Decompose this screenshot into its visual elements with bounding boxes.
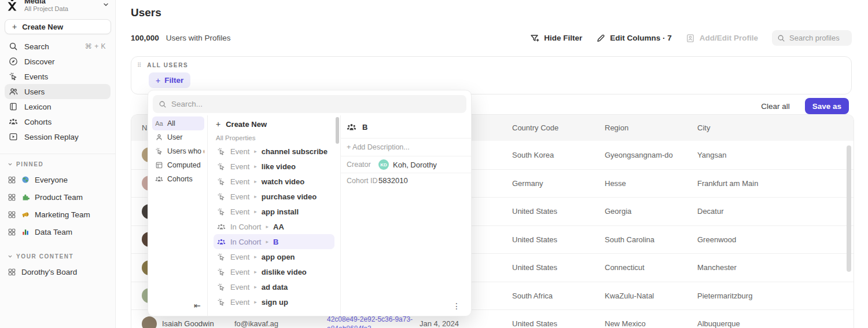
search-icon bbox=[159, 100, 167, 108]
category-label: Cohorts bbox=[167, 175, 193, 183]
sidebar-item-discover[interactable]: Discover bbox=[5, 54, 111, 69]
dropdown-item-app-open[interactable]: Event▸app open bbox=[214, 249, 334, 264]
cohort-id-value: 5832010 bbox=[378, 176, 408, 185]
cell-city: Manchester bbox=[697, 263, 854, 272]
events-icon bbox=[217, 177, 226, 186]
cell-region: Georgia bbox=[605, 207, 697, 216]
board-label: Product Team bbox=[35, 193, 83, 202]
pinned-section-header[interactable]: PINNED bbox=[0, 154, 115, 171]
dropdown-search-box[interactable] bbox=[153, 95, 466, 113]
pinned-item-everyone[interactable]: Everyone bbox=[0, 171, 115, 188]
cell-city: Albuquerque bbox=[697, 319, 854, 328]
events-icon bbox=[217, 298, 226, 307]
events-icon bbox=[217, 268, 226, 276]
more-options-icon[interactable]: ⋮ bbox=[453, 301, 461, 311]
dropdown-item-ad-data[interactable]: Event▸ad data bbox=[214, 279, 334, 294]
pinned-item-marketing-team[interactable]: Marketing Team bbox=[0, 206, 115, 223]
dropdown-item-app-install[interactable]: Event▸app install bbox=[214, 204, 334, 219]
filter-category-user[interactable]: User bbox=[152, 130, 204, 144]
chevron-right-icon: ▸ bbox=[266, 239, 269, 245]
cell-region: Hesse bbox=[605, 179, 697, 188]
cohorts-icon bbox=[217, 238, 226, 246]
cohorts-icon bbox=[9, 117, 18, 126]
sidebar-item-lexicon[interactable]: Lexicon bbox=[5, 99, 111, 114]
add-edit-profile-button[interactable]: Add/Edit Profile bbox=[686, 34, 758, 43]
sidebar-item-users[interactable]: Users bbox=[5, 84, 111, 99]
table-scrollbar[interactable] bbox=[847, 145, 851, 272]
page-title: Users bbox=[131, 6, 161, 19]
cell-city: Decatur bbox=[697, 207, 854, 216]
board-icon bbox=[8, 193, 16, 202]
create-new-button[interactable]: + Create New bbox=[5, 19, 111, 34]
dropdown-item-like-video[interactable]: Event▸like video bbox=[214, 159, 334, 174]
dropdown-create-new[interactable]: +Create New bbox=[214, 116, 334, 132]
edit-columns-button[interactable]: Edit Columns · 7 bbox=[596, 34, 672, 43]
add-filter-button[interactable]: + Filter bbox=[149, 72, 190, 88]
workspace-selector[interactable]: Media All Project Data bbox=[0, 0, 115, 14]
your-content-item-dorothy-s-board[interactable]: Dorothy's Board bbox=[0, 263, 115, 280]
pinned-item-data-team[interactable]: Data Team bbox=[0, 223, 115, 240]
cohort-id-label: Cohort ID bbox=[347, 177, 378, 185]
dropdown-item-watch-video[interactable]: Event▸watch video bbox=[214, 174, 334, 189]
dropdown-item-aa[interactable]: In Cohort▸AA bbox=[214, 219, 334, 234]
users-icon bbox=[9, 87, 18, 96]
board-icon bbox=[8, 176, 16, 184]
sidebar-item-search[interactable]: Search⌘ + K bbox=[5, 39, 111, 54]
cell-country: South Korea bbox=[512, 151, 605, 159]
sidebar-item-label: Cohorts bbox=[24, 118, 52, 126]
board-label: Everyone bbox=[35, 176, 68, 184]
filter-category-computed[interactable]: Computed bbox=[152, 158, 204, 172]
filter-category-all[interactable]: AaAll bbox=[152, 116, 204, 130]
your-content-section-header[interactable]: YOUR CONTENT bbox=[0, 246, 115, 263]
property-categories: AaAllUserUsers who di...ComputedCohorts bbox=[148, 115, 208, 316]
dropdown-item-purchase-video[interactable]: Event▸purchase video bbox=[214, 189, 334, 204]
cell-city: Greenwood bbox=[697, 235, 854, 244]
collapse-panel-icon[interactable]: ⇤ bbox=[194, 301, 201, 309]
sidebar-item-label: Search bbox=[24, 42, 49, 51]
cohorts-icon bbox=[217, 223, 226, 231]
events-icon bbox=[217, 253, 226, 261]
cell-city: Pietermaritzburg bbox=[697, 291, 854, 300]
column-header-city[interactable]: City bbox=[697, 123, 854, 132]
hide-filter-button[interactable]: Hide Filter bbox=[530, 34, 582, 43]
cell-email: fo@ikavaf.ag bbox=[234, 319, 327, 328]
dropdown-scrollbar[interactable] bbox=[336, 117, 339, 144]
users-with-profiles-toggle[interactable]: Users with Profiles bbox=[166, 34, 231, 42]
chevron-right-icon: ▸ bbox=[254, 178, 257, 184]
events-icon bbox=[155, 147, 163, 155]
chevron-right-icon: ▸ bbox=[254, 299, 257, 305]
dropdown-search-input[interactable] bbox=[171, 100, 461, 108]
sidebar-item-label: Lexicon bbox=[24, 103, 52, 111]
pinned-item-product-team[interactable]: Product Team bbox=[0, 188, 115, 206]
lexicon-icon bbox=[9, 102, 18, 111]
cell-distinct-id[interactable]: 42c08e49-2e92-5c36-9a73-a84eb8684fa3 bbox=[327, 315, 413, 328]
workspace-subtitle: All Project Data bbox=[24, 5, 98, 13]
all-users-label: ALL USERS bbox=[147, 62, 188, 68]
dropdown-item-dislike-video[interactable]: Event▸dislike video bbox=[214, 264, 334, 279]
dropdown-item-b[interactable]: In Cohort▸B bbox=[214, 234, 334, 249]
drag-handle-icon[interactable]: ⠿ bbox=[137, 63, 141, 68]
dropdown-item-sign-up[interactable]: Event▸sign up bbox=[214, 294, 334, 309]
chevron-right-icon: ▸ bbox=[254, 269, 257, 275]
search-profiles-box[interactable] bbox=[772, 30, 852, 46]
keyboard-shortcut: ⌘ + K bbox=[85, 42, 106, 50]
column-header-country-code[interactable]: Country Code bbox=[512, 123, 605, 132]
avatar bbox=[142, 316, 157, 328]
dropdown-item-channel-subscribe[interactable]: Event▸channel subscribe bbox=[214, 144, 334, 159]
sidebar-item-cohorts[interactable]: Cohorts bbox=[5, 114, 111, 129]
sidebar-item-session-replay[interactable]: Session Replay bbox=[5, 129, 111, 144]
search-profiles-input[interactable] bbox=[789, 34, 847, 42]
events-icon bbox=[217, 283, 226, 291]
filter-category-users-who-di[interactable]: Users who di... bbox=[152, 144, 204, 158]
column-header-region[interactable]: Region bbox=[605, 123, 697, 132]
all-users-filter-card: ⠿ ALL USERS + Filter bbox=[131, 56, 852, 94]
chevron-right-icon: ▸ bbox=[254, 194, 257, 199]
sidebar-item-events[interactable]: Events bbox=[5, 69, 111, 84]
workspace-name: Media bbox=[24, 0, 98, 5]
pinned-list: EveryoneProduct TeamMarketing TeamData T… bbox=[0, 171, 115, 240]
user-name: Isaiah Goodwin bbox=[162, 319, 214, 328]
save-as-button[interactable]: Save as bbox=[805, 98, 849, 114]
add-description-link[interactable]: + Add Description... bbox=[341, 139, 471, 156]
clear-all-button[interactable]: Clear all bbox=[761, 102, 790, 111]
filter-category-cohorts[interactable]: Cohorts bbox=[152, 172, 204, 186]
